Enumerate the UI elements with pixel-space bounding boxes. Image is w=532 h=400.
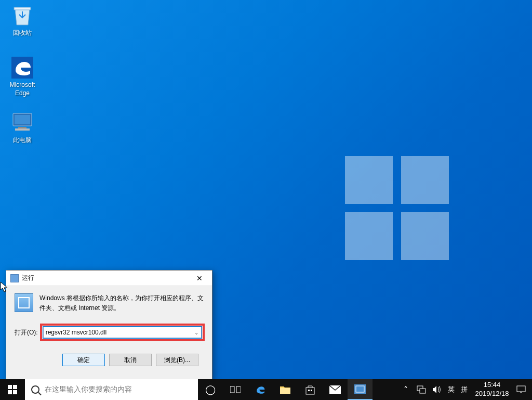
svg-rect-3 — [18, 127, 26, 128]
taskbar-app-explorer[interactable] — [273, 379, 298, 400]
run-description: Windows 将根据你所输入的名称，为你打开相应的程序、文件夹、文档或 Int… — [39, 293, 204, 313]
folder-icon — [280, 385, 291, 394]
network-tray-icon[interactable] — [414, 379, 429, 400]
notification-icon — [516, 385, 526, 394]
task-view-button[interactable] — [223, 379, 248, 400]
open-combobox-highlight: ⌄ — [41, 325, 204, 340]
desktop-icon-recycle-bin[interactable]: 回收站 — [3, 4, 42, 37]
svg-rect-7 — [8, 390, 12, 394]
action-center-button[interactable] — [513, 379, 529, 400]
taskbar-app-run[interactable] — [348, 379, 373, 400]
svg-rect-10 — [236, 386, 241, 393]
system-tray: ˄ 英 拼 15:44 2019/12/18 — [398, 379, 532, 400]
task-view-icon — [230, 385, 241, 394]
ime-indicator[interactable]: 英 — [445, 379, 458, 400]
search-box[interactable]: 在这里输入你要搜索的内容 — [25, 379, 198, 400]
open-label: 打开(O): — [15, 328, 38, 337]
svg-rect-14 — [311, 390, 312, 391]
cortana-button[interactable]: ◯ — [198, 379, 223, 400]
clock-time: 15:44 — [484, 381, 501, 390]
taskbar: 在这里输入你要搜索的内容 ◯ ˄ 英 拼 15:44 2019/12/18 — [0, 379, 532, 400]
chevron-up-icon: ˄ — [404, 385, 408, 395]
run-dialog-icon — [10, 274, 19, 282]
ime-mode[interactable]: 拼 — [458, 379, 471, 400]
cancel-button[interactable]: 取消 — [109, 354, 152, 366]
mail-icon — [329, 385, 341, 394]
search-icon — [31, 385, 39, 394]
svg-rect-19 — [420, 389, 425, 393]
volume-tray-icon[interactable] — [429, 379, 445, 400]
run-dialog: 运行 ✕ Windows 将根据你所输入的名称，为你打开相应的程序、文件夹、文档… — [6, 270, 212, 380]
browse-button[interactable]: 浏览(B)... — [156, 354, 198, 366]
taskbar-app-mail[interactable] — [323, 379, 348, 400]
close-button[interactable]: ✕ — [188, 271, 211, 286]
svg-rect-13 — [308, 390, 310, 391]
run-dialog-title: 运行 — [22, 274, 188, 282]
clock[interactable]: 15:44 2019/12/18 — [471, 379, 513, 400]
pc-icon — [11, 111, 34, 134]
cortana-icon: ◯ — [205, 384, 216, 395]
start-button[interactable] — [0, 379, 25, 400]
svg-rect-4 — [15, 128, 30, 131]
speaker-icon — [432, 385, 442, 394]
desktop-icon-this-pc[interactable]: 此电脑 — [3, 111, 42, 145]
search-placeholder: 在这里输入你要搜索的内容 — [45, 385, 132, 394]
svg-rect-5 — [8, 385, 12, 389]
svg-rect-6 — [13, 385, 17, 389]
svg-rect-2 — [15, 115, 30, 124]
tray-overflow-button[interactable]: ˄ — [398, 385, 414, 395]
svg-rect-8 — [13, 390, 17, 394]
ok-button[interactable]: 确定 — [62, 354, 105, 366]
svg-rect-20 — [517, 386, 525, 392]
edge-icon — [255, 384, 266, 395]
store-icon — [305, 384, 315, 395]
open-input[interactable] — [43, 327, 202, 338]
svg-rect-9 — [230, 386, 234, 393]
svg-rect-12 — [306, 388, 314, 394]
icon-label: Microsoft Edge — [3, 81, 42, 97]
taskbar-app-store[interactable] — [298, 379, 323, 400]
svg-rect-11 — [280, 388, 290, 394]
run-dialog-titlebar[interactable]: 运行 ✕ — [6, 270, 212, 286]
icon-label: 此电脑 — [3, 136, 42, 145]
desktop-icon-edge[interactable]: Microsoft Edge — [3, 56, 42, 97]
network-icon — [417, 385, 426, 394]
taskbar-app-edge[interactable] — [248, 379, 273, 400]
recycle-bin-icon — [11, 4, 34, 27]
clock-date: 2019/12/18 — [475, 390, 509, 398]
run-icon — [354, 384, 366, 394]
run-app-icon — [15, 293, 33, 312]
icon-label: 回收站 — [3, 29, 42, 37]
windows-logo-wallpaper — [345, 156, 449, 260]
edge-icon — [11, 56, 34, 79]
